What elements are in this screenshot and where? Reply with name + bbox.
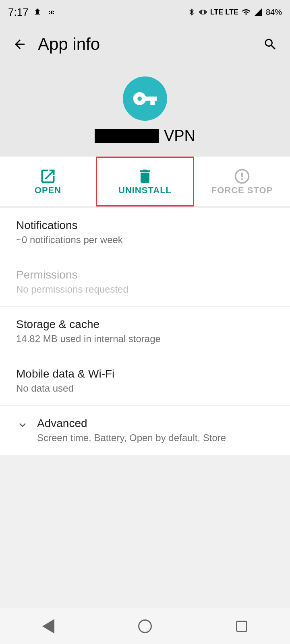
- open-icon: [39, 167, 57, 185]
- advanced-subtitle: Screen time, Battery, Open by default, S…: [37, 432, 226, 444]
- nav-home-button[interactable]: [129, 614, 161, 638]
- upload-icon: [33, 7, 42, 17]
- notifications-title: Notifications: [16, 219, 274, 232]
- open-label: OPEN: [35, 185, 61, 196]
- status-time: 7:17: [8, 6, 29, 19]
- mobile-data-subtitle: No data used: [16, 383, 274, 394]
- lte-label: LTE LTE: [210, 8, 238, 17]
- app-name-redacted: [95, 129, 159, 143]
- info-list: Notifications ~0 notifications per week …: [0, 208, 290, 455]
- signal-icon-2: [254, 8, 263, 17]
- search-button[interactable]: [260, 34, 280, 54]
- uninstall-label: UNINSTALL: [118, 185, 172, 196]
- status-icons: LTE LTE 84%: [188, 8, 282, 17]
- nav-home-icon: [138, 619, 152, 633]
- app-bar: App info: [0, 24, 290, 64]
- nav-bar: [0, 608, 290, 644]
- mobile-data-item[interactable]: Mobile data & Wi-Fi No data used: [0, 356, 290, 406]
- notifications-item[interactable]: Notifications ~0 notifications per week: [0, 208, 290, 257]
- signal-icon-1: [242, 8, 251, 17]
- battery-label: 84%: [266, 8, 282, 17]
- bluetooth-icon: [188, 8, 196, 16]
- mobile-data-title: Mobile data & Wi-Fi: [16, 367, 274, 380]
- app-name-row: VPN: [95, 127, 195, 144]
- storage-title: Storage & cache: [16, 318, 274, 331]
- force-stop-icon: [233, 167, 251, 185]
- uninstall-icon: [136, 167, 154, 185]
- permissions-item[interactable]: Permissions No permissions requested: [0, 257, 290, 307]
- actions-row: OPEN UNINSTALL FORCE STOP: [0, 157, 290, 207]
- chevron-down-icon: [16, 419, 29, 431]
- app-icon: [123, 76, 167, 121]
- usb-icon: [46, 7, 56, 17]
- app-name-text: VPN: [164, 127, 195, 144]
- permissions-subtitle: No permissions requested: [16, 284, 274, 295]
- key-icon: [132, 86, 158, 111]
- notifications-subtitle: ~0 notifications per week: [16, 234, 274, 246]
- open-button[interactable]: OPEN: [0, 157, 96, 206]
- nav-recent-button[interactable]: [226, 614, 258, 638]
- nav-recent-icon: [236, 621, 247, 632]
- vibrate-icon: [199, 8, 207, 16]
- force-stop-button[interactable]: FORCE STOP: [194, 157, 290, 206]
- storage-item[interactable]: Storage & cache 14.82 MB used in interna…: [0, 307, 290, 356]
- status-bar: 7:17 LTE LTE 84%: [0, 0, 290, 24]
- page-title: App info: [38, 35, 100, 54]
- app-header: VPN: [0, 64, 290, 157]
- force-stop-label: FORCE STOP: [211, 185, 273, 196]
- nav-back-icon: [42, 619, 54, 634]
- storage-subtitle: 14.82 MB used in internal storage: [16, 333, 274, 345]
- advanced-item[interactable]: Advanced Screen time, Battery, Open by d…: [0, 406, 290, 455]
- advanced-title: Advanced: [37, 417, 226, 430]
- uninstall-button[interactable]: UNINSTALL: [96, 157, 194, 206]
- back-button[interactable]: [10, 34, 30, 54]
- nav-back-button[interactable]: [32, 614, 64, 638]
- permissions-title: Permissions: [16, 268, 274, 281]
